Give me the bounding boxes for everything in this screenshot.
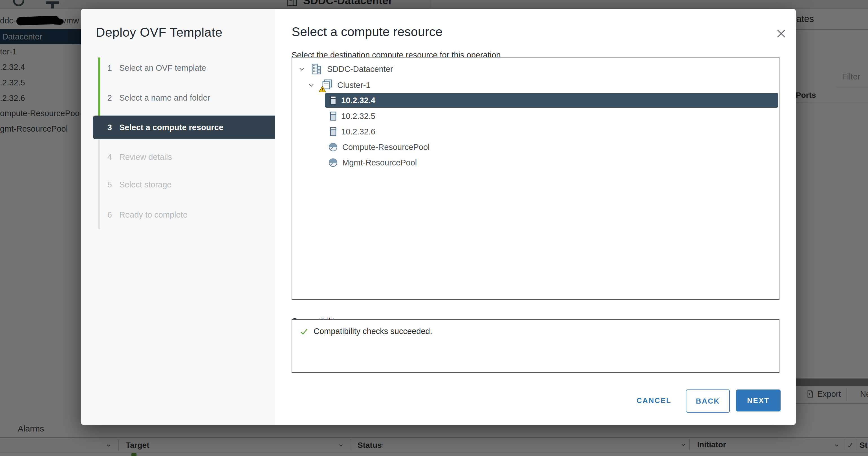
wizard-step-6: 6 Ready to complete bbox=[106, 209, 188, 220]
tree-item-host-selected[interactable]: 10.2.32.4 bbox=[325, 93, 778, 108]
datacenter-icon bbox=[310, 63, 322, 75]
host-icon bbox=[330, 127, 337, 136]
next-button[interactable]: NEXT bbox=[736, 390, 781, 412]
host-icon bbox=[330, 111, 337, 121]
resource-pool-icon bbox=[328, 142, 338, 152]
wizard-step-2[interactable]: 2 Select a name and folder bbox=[106, 92, 210, 103]
tree-item-datacenter[interactable]: SDDC-Datacenter bbox=[298, 62, 393, 76]
resource-pool-icon bbox=[328, 158, 338, 167]
host-icon bbox=[330, 96, 337, 105]
compatibility-message: Compatibility checks succeeded. bbox=[300, 327, 432, 336]
tree-item-cluster[interactable]: Cluster-1 bbox=[307, 78, 371, 92]
close-icon[interactable] bbox=[775, 27, 787, 40]
step-title: Select a compute resource bbox=[291, 25, 442, 39]
warning-icon bbox=[319, 86, 326, 92]
cluster-icon bbox=[320, 79, 333, 91]
back-button[interactable]: BACK bbox=[686, 390, 730, 413]
success-check-icon bbox=[300, 327, 309, 336]
cancel-button[interactable]: CANCEL bbox=[633, 391, 675, 410]
tree-item-host[interactable]: 10.2.32.5 bbox=[330, 109, 375, 124]
compute-resource-tree: SDDC-Datacenter C bbox=[291, 57, 779, 300]
compatibility-box: Compatibility checks succeeded. bbox=[291, 319, 779, 373]
wizard-steps-panel: Deploy OVF Template 1 Select an OVF temp… bbox=[81, 9, 275, 425]
chevron-expanded-icon[interactable] bbox=[307, 81, 315, 89]
wizard-step-1[interactable]: 1 Select an OVF template bbox=[106, 62, 206, 73]
tree-item-resource-pool[interactable]: Compute-ResourcePool bbox=[328, 140, 430, 155]
wizard-step-5: 5 Select storage bbox=[106, 179, 172, 190]
progress-bar-complete bbox=[98, 58, 100, 116]
tree-item-resource-pool[interactable]: Mgmt-ResourcePool bbox=[328, 155, 417, 170]
chevron-expanded-icon[interactable] bbox=[298, 65, 306, 73]
wizard-step-3-current[interactable]: 3 Select a compute resource bbox=[106, 122, 223, 133]
deploy-ovf-dialog: Deploy OVF Template 1 Select an OVF temp… bbox=[81, 9, 796, 425]
dialog-title: Deploy OVF Template bbox=[96, 25, 222, 40]
progress-bar-remaining bbox=[98, 139, 100, 229]
wizard-step-4: 4 Review details bbox=[106, 151, 172, 163]
wizard-content-panel: Select a compute resource Select the des… bbox=[275, 9, 796, 425]
tree-item-host[interactable]: 10.2.32.6 bbox=[330, 124, 375, 139]
